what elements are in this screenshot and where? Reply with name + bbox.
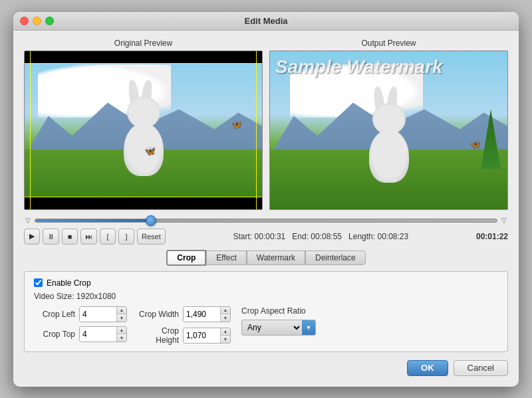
crop-left-spinner[interactable]: ▲ ▼ [79,306,127,322]
length-time: 00:08:23 [377,232,408,241]
timeline-slider-row: ▽ ▽ [24,217,508,225]
output-bunny [362,110,416,183]
crop-line-bottom [25,197,262,197]
slider-fill [35,219,151,222]
slider-right-arrow[interactable]: ▽ [500,217,508,225]
enable-crop-row: Enable Crop [34,278,498,288]
aspect-ratio-label: Crop Aspect Ratio [241,306,316,316]
original-preview-label: Original Preview [114,39,172,48]
end-time: 00:08:55 [311,232,342,241]
timeline-track[interactable] [35,219,497,223]
crop-fields-row: Crop Left ▲ ▼ Crop Top [34,306,498,345]
crop-top-input[interactable] [80,327,116,342]
crop-top-row: Crop Top ▲ ▼ [34,326,127,342]
pause-button[interactable]: ⏸ [43,229,59,245]
crop-top-spinner[interactable]: ▲ ▼ [79,326,127,342]
tab-deinterlace[interactable]: Deinterlace [305,250,366,265]
tab-bar: Crop Effect Watermark Deinterlace [24,250,508,266]
length-label: Length: [348,232,375,241]
output-preview-frame: 🦋 Sample Watermark [269,50,508,210]
close-button[interactable] [20,17,29,25]
bunny-body [124,123,164,176]
crop-left-row: Crop Left ▲ ▼ [34,306,127,322]
tab-watermark[interactable]: Watermark [247,250,305,265]
preview-row: Original Preview [24,39,508,210]
output-preview-label: Output Preview [361,39,416,48]
crop-width-row: Crop Width ▲ ▼ [138,306,231,322]
watermark-overlay: Sample Watermark [275,56,443,78]
output-butterfly: 🦋 [469,139,481,149]
crop-height-arrows: ▲ ▼ [220,328,230,343]
crop-width-spinner[interactable]: ▲ ▼ [183,306,231,322]
original-preview-section: Original Preview [24,39,263,210]
dialog-buttons: OK Cancel [24,360,508,376]
video-size-value: 1920x1080 [76,292,116,301]
black-bar-bottom [25,197,262,209]
maximize-button[interactable] [45,17,54,25]
next-button[interactable]: ⏭ [80,229,97,245]
start-time: 00:00:31 [255,232,286,241]
enable-crop-checkbox[interactable] [34,278,43,287]
crop-left-up[interactable]: ▲ [117,307,126,314]
title-bar: Edit Media [13,12,519,31]
minimize-button[interactable] [33,17,41,25]
slider-left-arrow[interactable]: ▽ [24,217,32,225]
window-controls [20,17,54,25]
dialog-content: Original Preview [13,31,519,387]
crop-top-arrows: ▲ ▼ [116,327,126,342]
time-info: Start: 00:00:31 End: 00:08:55 Length: 00… [168,232,473,241]
crop-height-label: Crop Height [138,326,179,345]
output-preview-section: Output Preview [269,39,508,210]
crop-width-input[interactable] [184,307,220,322]
crop-width-arrows: ▲ ▼ [220,307,230,322]
crop-line-top [25,63,262,64]
butterfly-left: 🦋 [144,146,156,156]
crop-height-spinner[interactable]: ▲ ▼ [183,328,231,344]
crop-width-up[interactable]: ▲ [221,307,230,314]
current-time-display: 00:01:22 [476,232,508,241]
crop-left-arrows: ▲ ▼ [116,307,126,322]
stop-button[interactable]: ■ [62,229,78,245]
crop-line-left [30,51,31,209]
crop-height-down[interactable]: ▼ [221,336,230,343]
start-label: Start: [233,232,253,241]
original-preview-frame: 🦋 🦋 [24,50,263,210]
bracket-right-button[interactable]: ] [118,229,134,245]
enable-crop-label: Enable Crop [47,278,91,288]
original-preview-inner: 🦋 🦋 [25,51,262,209]
crop-height-row: Crop Height ▲ ▼ [138,326,231,345]
output-preview-inner: 🦋 Sample Watermark [270,51,507,209]
aspect-ratio-group: Crop Aspect Ratio Any 4:3 16:9 Custom ▼ [241,306,316,336]
playback-controls: ▶ ⏸ ■ ⏭ [ ] Reset Start: 00:00:31 End: 0… [24,229,508,245]
crop-left-label: Crop Left [34,310,75,319]
dialog-title: Edit Media [244,16,287,26]
video-size-row: Video Size: 1920x1080 [34,292,498,301]
reset-button[interactable]: Reset [137,229,166,245]
tab-effect[interactable]: Effect [206,250,246,265]
crop-top-label: Crop Top [34,330,75,339]
crop-line-right [256,51,257,209]
aspect-select-wrapper[interactable]: Any 4:3 16:9 Custom ▼ [241,320,316,336]
bunny-character [117,103,170,176]
crop-left-input[interactable] [80,307,116,322]
butterfly-right: 🦋 [231,119,242,130]
crop-left-down[interactable]: ▼ [117,314,126,322]
ok-button[interactable]: OK [407,360,448,376]
aspect-ratio-select[interactable]: Any 4:3 16:9 Custom [242,321,302,334]
crop-width-down[interactable]: ▼ [221,314,230,322]
cancel-button[interactable]: Cancel [454,360,508,376]
select-arrow-icon: ▼ [302,320,315,335]
tab-crop[interactable]: Crop [166,250,206,266]
slider-thumb[interactable] [146,215,156,226]
black-bar-top [25,51,262,63]
crop-top-down[interactable]: ▼ [117,334,126,342]
crop-height-input[interactable] [184,328,220,343]
edit-media-dialog: Edit Media Original Preview [13,12,519,387]
play-button[interactable]: ▶ [24,229,40,245]
video-size-label: Video Size: [34,292,74,301]
crop-height-up[interactable]: ▲ [221,328,230,336]
bracket-left-button[interactable]: [ [100,229,116,245]
crop-width-height-group: Crop Width ▲ ▼ Crop Height [138,306,231,345]
crop-panel: Enable Crop Video Size: 1920x1080 Crop L… [24,271,508,352]
crop-top-up[interactable]: ▲ [117,327,126,334]
